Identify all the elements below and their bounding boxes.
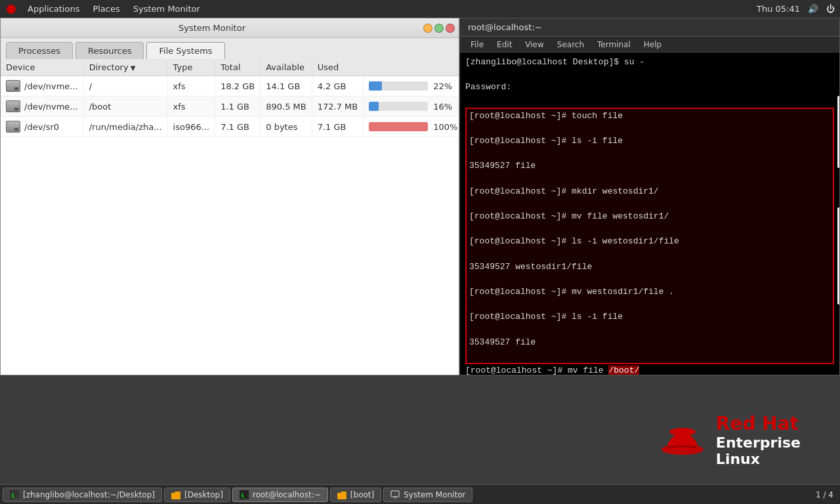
terminal-line: 35349527 westosdir1/file <box>469 261 830 274</box>
cell-total: 1.1 GB <box>215 96 261 117</box>
close-button[interactable]: ✕ <box>446 24 455 33</box>
taskbar-label-boot: [boot] <box>350 490 374 499</box>
cell-available: 890.5 MB <box>261 96 312 117</box>
svg-rect-9 <box>391 491 399 497</box>
terminal-menu-view[interactable]: View <box>520 39 549 51</box>
terminal-menu-terminal[interactable]: Terminal <box>592 39 636 51</box>
folder-icon-1 <box>171 490 180 499</box>
terminal-menu-help[interactable]: Help <box>639 39 667 51</box>
cell-usedbar: 22% <box>364 76 459 96</box>
sysmon-tabs: Processes Resources File Systems <box>1 38 459 59</box>
tab-processes[interactable]: Processes <box>6 42 73 59</box>
clock: Thu 05:41 <box>757 4 800 14</box>
usage-bar-fill <box>369 122 428 131</box>
cell-total: 18.2 GB <box>215 76 261 96</box>
svg-point-2 <box>669 428 696 436</box>
sysmon-window: System Monitor ─ □ ✕ Processes Resources… <box>0 18 459 375</box>
usage-bar-fill <box>369 81 382 91</box>
cell-available: 14.1 GB <box>261 76 312 96</box>
usage-bar-fill <box>369 102 378 111</box>
usage-bar <box>369 81 428 91</box>
terminal-titlebar: root@localhost:~ <box>460 18 839 37</box>
col-total: Total <box>215 59 261 76</box>
sysmon-title: System Monitor <box>5 23 419 33</box>
redhat-enterprise: Enterprise <box>716 434 801 451</box>
sysmon-menu[interactable]: System Monitor <box>127 3 207 15</box>
sysmon-titlebar: System Monitor ─ □ ✕ <box>1 18 459 38</box>
usage-pct: 22% <box>433 81 452 91</box>
svg-rect-5 <box>171 493 180 499</box>
monitor-icon <box>390 490 400 499</box>
svg-rect-8 <box>337 493 346 499</box>
terminal-menu-edit[interactable]: Edit <box>492 39 517 51</box>
terminal-menu-file[interactable]: File <box>465 39 489 51</box>
taskbar-item-desktop[interactable]: [Desktop] <box>164 488 230 502</box>
terminal-line: 35349527 file <box>469 160 830 173</box>
disk-icon <box>6 80 20 92</box>
table-row: /dev/sr0 /run/media/zha... iso966... 7.1… <box>1 117 459 137</box>
terminal-line: [root@localhost ~]# ls -i file <box>469 135 830 148</box>
redhat-name: Red Hat <box>716 413 801 434</box>
terminal-line: [root@localhost ~]# ls -i file <box>469 311 830 324</box>
taskbar-label-sysmon: System Monitor <box>404 490 465 499</box>
terminal-line: [root@localhost ~]# mv file /boot/ <box>465 365 834 375</box>
terminal-icon-2: $_ <box>240 490 249 499</box>
svg-point-0 <box>7 5 16 14</box>
terminal-line: 35349527 file <box>469 337 830 349</box>
col-available: Available <box>261 59 312 76</box>
usage-bar <box>369 102 428 111</box>
table-row: /dev/nvme... / xfs 18.2 GB 14.1 GB 4.2 G… <box>1 76 459 96</box>
taskbar: $_ [zhanglibo@localhost:~/Desktop] [Desk… <box>0 484 840 504</box>
annotation-diff-device: 注意：不同设备分区的文件移动是建立删除的过程。此过程中文件的节点号发生了变化。 <box>837 207 839 304</box>
annotation-same-device: 相同设备分区中的文件移动是重命名过程。 <box>837 96 839 168</box>
fedora-icon <box>5 3 17 15</box>
col-type: Type <box>167 59 215 76</box>
svg-text:$_: $_ <box>11 493 18 499</box>
taskbar-item-root[interactable]: $_ root@localhost:~ <box>232 488 328 502</box>
terminal-line: [zhanglibo@localhost Desktop]$ su - <box>465 56 834 69</box>
sysmon-content: Device Directory Type Total Available Us… <box>1 59 459 375</box>
terminal-menubar: File Edit View Search Terminal Help <box>460 37 839 52</box>
usage-pct: 16% <box>433 102 452 112</box>
terminal-line: [root@localhost ~]# mv westosdir1/file . <box>469 286 830 299</box>
taskbar-item-boot[interactable]: [boot] <box>330 488 381 502</box>
tab-filesystems[interactable]: File Systems <box>146 42 224 59</box>
highlight-span: /boot/ <box>608 366 639 375</box>
terminal-line: [root@localhost ~]# ls -i westosdir1/fil… <box>469 236 830 248</box>
terminal-line: [root@localhost ~]# touch file <box>469 110 830 123</box>
filesystem-table: Device Directory Type Total Available Us… <box>1 59 459 137</box>
places-menu[interactable]: Places <box>86 3 126 15</box>
terminal-menu-search[interactable]: Search <box>552 39 589 51</box>
table-row: /dev/nvme... /boot xfs 1.1 GB 890.5 MB 1… <box>1 96 459 117</box>
taskbar-item-sysmon[interactable]: System Monitor <box>383 488 472 502</box>
cell-used: 4.2 GB <box>312 76 363 96</box>
cell-device: /dev/nvme... <box>1 96 83 117</box>
disk-icon <box>6 100 20 112</box>
taskbar-item-zhanglibo-desktop[interactable]: $_ [zhanglibo@localhost:~/Desktop] <box>3 488 162 502</box>
cell-usedbar: 100% <box>364 117 459 137</box>
cell-used: 172.7 MB <box>312 96 363 117</box>
col-device: Device <box>1 59 83 76</box>
maximize-button[interactable]: □ <box>434 24 444 33</box>
cell-used: 7.1 GB <box>312 117 363 137</box>
taskbar-label-root: root@localhost:~ <box>253 490 321 499</box>
minimize-button[interactable]: ─ <box>423 24 432 33</box>
col-directory[interactable]: Directory <box>83 59 167 76</box>
cell-total: 7.1 GB <box>215 117 261 137</box>
top-menubar: Applications Places System Monitor Thu 0… <box>0 0 840 18</box>
usage-bar <box>369 122 428 131</box>
terminal-title: root@localhost:~ <box>468 22 542 32</box>
power-icon[interactable]: ⏻ <box>826 4 835 14</box>
volume-icon[interactable]: 🔊 <box>808 4 818 14</box>
taskbar-right: 1 / 4 <box>816 490 837 499</box>
top-right: Thu 05:41 🔊 ⏻ <box>757 4 835 14</box>
cell-type: xfs <box>167 76 215 96</box>
applications-menu[interactable]: Applications <box>21 3 86 15</box>
terminal-icon-1: $_ <box>10 490 19 499</box>
disk-icon <box>6 121 20 133</box>
cell-type: xfs <box>167 96 215 117</box>
usage-pct: 100% <box>433 122 457 132</box>
tab-resources[interactable]: Resources <box>75 42 144 59</box>
cell-usedbar: 16% <box>364 96 459 117</box>
terminal-body[interactable]: [zhanglibo@localhost Desktop]$ su - Pass… <box>460 52 839 375</box>
